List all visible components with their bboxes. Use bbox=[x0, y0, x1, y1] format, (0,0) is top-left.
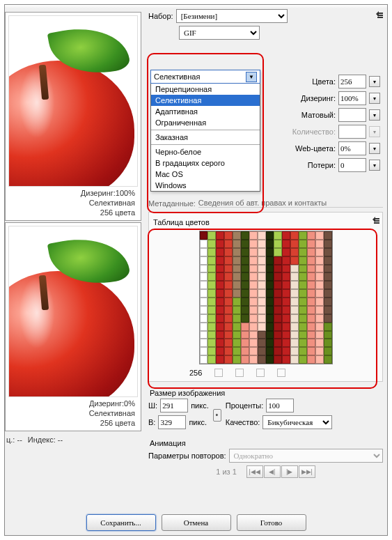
color-swatch[interactable] bbox=[207, 240, 216, 248]
color-swatch[interactable] bbox=[324, 272, 332, 281]
color-swatch-grid[interactable] bbox=[199, 231, 333, 364]
color-swatch[interactable] bbox=[290, 306, 299, 314]
color-swatch[interactable] bbox=[241, 240, 249, 248]
color-swatch[interactable] bbox=[282, 289, 290, 298]
color-swatch[interactable] bbox=[266, 298, 274, 306]
color-swatch[interactable] bbox=[249, 248, 258, 256]
color-swatch[interactable] bbox=[233, 289, 241, 298]
color-swatch[interactable] bbox=[324, 240, 332, 248]
color-swatch[interactable] bbox=[282, 248, 290, 256]
color-swatch[interactable] bbox=[200, 248, 208, 256]
color-swatch[interactable] bbox=[200, 331, 208, 339]
color-swatch[interactable] bbox=[315, 355, 324, 364]
color-swatch[interactable] bbox=[233, 272, 241, 281]
color-swatch[interactable] bbox=[282, 240, 290, 248]
color-swatch[interactable] bbox=[290, 265, 299, 273]
color-swatch[interactable] bbox=[324, 298, 332, 306]
color-swatch[interactable] bbox=[274, 339, 282, 347]
color-swatch[interactable] bbox=[299, 314, 307, 323]
color-swatch[interactable] bbox=[324, 306, 332, 314]
color-swatch[interactable] bbox=[224, 331, 233, 339]
color-swatch[interactable] bbox=[266, 347, 274, 355]
color-swatch[interactable] bbox=[266, 240, 274, 248]
color-swatch[interactable] bbox=[224, 248, 233, 256]
cancel-button[interactable]: Отмена bbox=[162, 514, 231, 531]
color-swatch[interactable] bbox=[258, 289, 266, 298]
color-swatch[interactable] bbox=[216, 281, 224, 289]
color-swatch[interactable] bbox=[216, 355, 224, 364]
color-swatch[interactable] bbox=[216, 306, 224, 314]
color-swatch[interactable] bbox=[241, 289, 249, 298]
color-swatch[interactable] bbox=[200, 314, 208, 323]
color-swatch[interactable] bbox=[290, 298, 299, 306]
preview-1[interactable]: Дизеринг:100% Селективная 256 цвета bbox=[5, 12, 141, 221]
color-swatch[interactable] bbox=[224, 240, 233, 248]
color-swatch[interactable] bbox=[290, 272, 299, 281]
color-swatch[interactable] bbox=[324, 331, 332, 339]
color-swatch[interactable] bbox=[324, 231, 332, 240]
color-swatch[interactable] bbox=[224, 272, 233, 281]
color-swatch[interactable] bbox=[324, 289, 332, 298]
color-swatch[interactable] bbox=[233, 256, 241, 265]
color-swatch[interactable] bbox=[266, 248, 274, 256]
color-swatch[interactable] bbox=[241, 256, 249, 265]
color-swatch[interactable] bbox=[216, 289, 224, 298]
color-swatch[interactable] bbox=[207, 314, 216, 323]
color-swatch[interactable] bbox=[274, 323, 282, 331]
algorithm-option[interactable]: Селективная bbox=[151, 95, 260, 106]
color-swatch[interactable] bbox=[241, 331, 249, 339]
color-swatch[interactable] bbox=[299, 323, 307, 331]
dither-stepper[interactable]: ▾ bbox=[369, 93, 380, 104]
color-swatch[interactable] bbox=[307, 272, 315, 281]
color-swatch[interactable] bbox=[324, 347, 332, 355]
color-swatch[interactable] bbox=[233, 281, 241, 289]
height-input[interactable] bbox=[158, 415, 186, 429]
color-swatch[interactable] bbox=[266, 289, 274, 298]
dropdown-arrow-icon[interactable]: ▼ bbox=[246, 72, 257, 82]
color-swatch[interactable] bbox=[258, 347, 266, 355]
color-swatch[interactable] bbox=[216, 240, 224, 248]
color-swatch[interactable] bbox=[216, 248, 224, 256]
color-swatch[interactable] bbox=[299, 231, 307, 240]
color-swatch[interactable] bbox=[200, 265, 208, 273]
color-swatch[interactable] bbox=[282, 355, 290, 364]
color-swatch[interactable] bbox=[233, 355, 241, 364]
color-swatch[interactable] bbox=[274, 306, 282, 314]
color-swatch[interactable] bbox=[224, 339, 233, 347]
color-swatch[interactable] bbox=[274, 298, 282, 306]
color-swatch[interactable] bbox=[290, 240, 299, 248]
color-swatch[interactable] bbox=[207, 323, 216, 331]
color-swatch[interactable] bbox=[207, 339, 216, 347]
color-swatch[interactable] bbox=[282, 231, 290, 240]
matte-stepper[interactable]: ▾ bbox=[369, 109, 380, 121]
color-swatch[interactable] bbox=[307, 289, 315, 298]
color-swatch[interactable] bbox=[307, 355, 315, 364]
color-swatch[interactable] bbox=[258, 314, 266, 323]
color-swatch[interactable] bbox=[207, 248, 216, 256]
color-swatch[interactable] bbox=[200, 281, 208, 289]
color-swatch[interactable] bbox=[299, 355, 307, 364]
color-swatch[interactable] bbox=[290, 289, 299, 298]
color-swatch[interactable] bbox=[258, 256, 266, 265]
color-swatch[interactable] bbox=[207, 231, 216, 240]
color-swatch[interactable] bbox=[249, 331, 258, 339]
colors-stepper[interactable]: ▾ bbox=[369, 76, 380, 87]
color-swatch[interactable] bbox=[315, 272, 324, 281]
color-swatch[interactable] bbox=[315, 256, 324, 265]
color-swatch[interactable] bbox=[282, 314, 290, 323]
dither-input[interactable] bbox=[338, 91, 366, 105]
color-swatch[interactable] bbox=[207, 331, 216, 339]
map-icon[interactable] bbox=[214, 369, 223, 377]
lossy-stepper[interactable]: ▾ bbox=[369, 160, 380, 171]
color-swatch[interactable] bbox=[324, 265, 332, 273]
color-swatch[interactable] bbox=[282, 323, 290, 331]
color-swatch[interactable] bbox=[200, 355, 208, 364]
color-swatch[interactable] bbox=[324, 355, 332, 364]
color-swatch[interactable] bbox=[249, 306, 258, 314]
color-swatch[interactable] bbox=[315, 240, 324, 248]
color-swatch[interactable] bbox=[249, 298, 258, 306]
color-swatch[interactable] bbox=[307, 281, 315, 289]
color-swatch[interactable] bbox=[233, 298, 241, 306]
color-swatch[interactable] bbox=[324, 339, 332, 347]
color-swatch[interactable] bbox=[307, 347, 315, 355]
